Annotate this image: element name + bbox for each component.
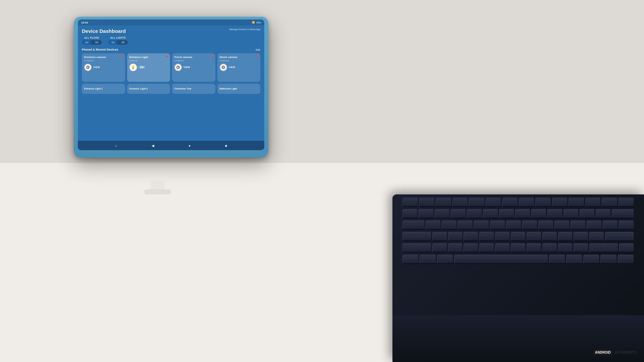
key-3[interactable] xyxy=(451,209,466,219)
key-x[interactable] xyxy=(448,243,463,253)
key-caps[interactable] xyxy=(402,232,431,241)
entrance-light-status[interactable]: ON xyxy=(139,66,146,69)
key-g[interactable] xyxy=(495,232,510,241)
key-p[interactable] xyxy=(571,221,586,230)
key-slash[interactable] xyxy=(574,243,588,253)
device-card-street-camera[interactable]: 📌 Street camera CAMERA VIEW xyxy=(217,53,261,82)
device-card-entrance-light-2[interactable]: Entrance Light 2 xyxy=(127,84,170,94)
key-f8[interactable] xyxy=(535,198,551,207)
key-lwin[interactable] xyxy=(420,255,436,264)
nav-circle-icon[interactable]: ● xyxy=(189,144,191,147)
key-f12[interactable] xyxy=(602,198,618,207)
key-r[interactable] xyxy=(474,221,489,230)
key-q[interactable] xyxy=(426,221,441,230)
key-u[interactable] xyxy=(522,221,537,230)
key-t[interactable] xyxy=(490,221,505,230)
key-e[interactable] xyxy=(458,221,473,230)
key-b[interactable] xyxy=(495,243,510,253)
key-f4[interactable] xyxy=(469,198,485,207)
key-fn[interactable] xyxy=(566,255,582,264)
key-f11[interactable] xyxy=(585,198,601,207)
key-f9[interactable] xyxy=(552,198,568,207)
key-lbracket[interactable] xyxy=(587,221,602,230)
key-period[interactable] xyxy=(558,243,573,253)
key-backslash[interactable] xyxy=(619,221,634,230)
key-0[interactable] xyxy=(564,209,579,219)
key-8[interactable] xyxy=(531,209,546,219)
lights-off-btn[interactable]: Off xyxy=(118,40,128,45)
key-lalt[interactable] xyxy=(437,255,453,264)
key-backspace[interactable] xyxy=(612,209,634,219)
key-c[interactable] xyxy=(464,243,478,253)
plugs-on-btn[interactable]: On xyxy=(82,40,92,45)
key-y[interactable] xyxy=(506,221,521,230)
street-camera-action[interactable]: VIEW xyxy=(229,66,235,68)
nav-square-icon[interactable]: ■ xyxy=(225,144,227,147)
key-esc[interactable] xyxy=(402,198,418,207)
key-9[interactable] xyxy=(547,209,562,219)
plugs-off-btn[interactable]: Off xyxy=(92,40,101,45)
key-f10[interactable] xyxy=(569,198,584,207)
device-card-christmas-tree[interactable]: Christmas Tree xyxy=(172,84,215,94)
key-tab[interactable] xyxy=(402,221,425,230)
key-f5[interactable] xyxy=(486,198,501,207)
key-equals[interactable] xyxy=(596,209,611,219)
key-w[interactable] xyxy=(442,221,457,230)
device-card-entrance-light[interactable]: 📌 Entrance Light GROUP 💡 ON xyxy=(127,53,170,82)
device-card-entrance-camera[interactable]: 📌 Entrance camera CAMERA VIEW xyxy=(82,53,125,82)
entrance-camera-action[interactable]: VIEW xyxy=(93,66,100,68)
key-j[interactable] xyxy=(527,232,541,241)
key-v[interactable] xyxy=(479,243,494,253)
key-minus[interactable] xyxy=(580,209,595,219)
manage-link[interactable]: Manage Devices in Alexa App xyxy=(229,28,260,31)
key-l[interactable] xyxy=(558,232,573,241)
key-lctrl[interactable] xyxy=(402,255,419,264)
key-a[interactable] xyxy=(432,232,447,241)
lights-switch[interactable]: On Off xyxy=(108,40,128,45)
key-k[interactable] xyxy=(542,232,557,241)
key-f2[interactable] xyxy=(436,198,451,207)
key-i[interactable] xyxy=(538,221,553,230)
key-left[interactable] xyxy=(583,255,599,264)
key-comma[interactable] xyxy=(542,243,557,253)
key-m[interactable] xyxy=(527,243,541,253)
nav-back-icon[interactable]: ◀ xyxy=(152,144,154,147)
key-lshift[interactable] xyxy=(402,243,431,253)
key-rshift[interactable] xyxy=(589,243,618,253)
key-4[interactable] xyxy=(467,209,482,219)
key-del[interactable] xyxy=(619,198,634,207)
key-tilde[interactable] xyxy=(402,209,418,219)
key-n[interactable] xyxy=(511,243,526,253)
key-right[interactable] xyxy=(618,255,634,264)
plugs-switch[interactable]: On Off xyxy=(82,40,102,45)
key-5[interactable] xyxy=(483,209,498,219)
key-f7[interactable] xyxy=(519,198,535,207)
key-z[interactable] xyxy=(432,243,447,253)
edit-button[interactable]: Edit xyxy=(256,48,260,51)
key-space[interactable] xyxy=(454,255,548,264)
key-up[interactable] xyxy=(619,243,634,253)
key-d[interactable] xyxy=(464,232,478,241)
key-f1[interactable] xyxy=(419,198,435,207)
key-7[interactable] xyxy=(515,209,530,219)
key-2[interactable] xyxy=(435,209,450,219)
nav-home-icon[interactable]: ⌂ xyxy=(115,144,117,147)
key-semi[interactable] xyxy=(574,232,588,241)
key-f[interactable] xyxy=(479,232,494,241)
key-f3[interactable] xyxy=(452,198,468,207)
key-o[interactable] xyxy=(554,221,570,230)
key-quote[interactable] xyxy=(589,232,604,241)
device-card-porch-camera[interactable]: 📌 Porch camera CAMERA VIEW xyxy=(172,53,215,82)
key-rbracket[interactable] xyxy=(603,221,618,230)
device-card-entrance-light-1[interactable]: Entrance Light 1 xyxy=(82,84,125,94)
key-1[interactable] xyxy=(419,209,434,219)
key-h[interactable] xyxy=(511,232,526,241)
lights-on-btn[interactable]: On xyxy=(108,40,118,45)
key-down[interactable] xyxy=(600,255,616,264)
key-s[interactable] xyxy=(448,232,463,241)
key-6[interactable] xyxy=(499,209,514,219)
key-enter[interactable] xyxy=(605,232,634,241)
key-ralt[interactable] xyxy=(549,255,565,264)
key-f6[interactable] xyxy=(502,198,518,207)
porch-camera-action[interactable]: VIEW xyxy=(183,66,190,68)
